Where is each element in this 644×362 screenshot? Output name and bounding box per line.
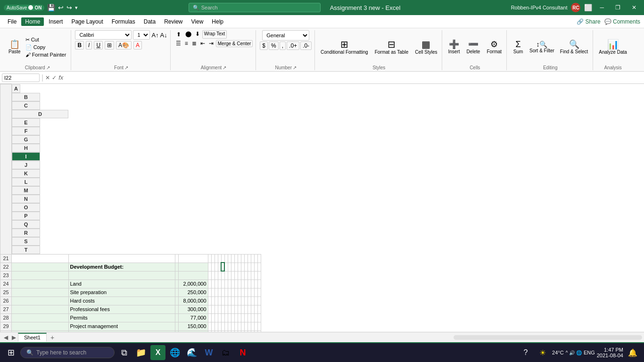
cell-R26[interactable] <box>251 296 254 305</box>
menu-insert[interactable]: Insert <box>45 17 66 26</box>
indent-increase-btn[interactable]: ⇥ <box>207 40 215 47</box>
row-num-cell[interactable]: 29 <box>0 322 12 330</box>
cell-T27[interactable] <box>257 305 261 313</box>
cell-O29[interactable] <box>241 322 244 330</box>
cell-H26[interactable] <box>218 296 221 305</box>
cell-O30[interactable] <box>241 330 244 332</box>
cell-G22[interactable] <box>215 263 218 271</box>
align-bottom-button[interactable]: ⬇ <box>194 30 201 39</box>
menu-view[interactable]: View <box>188 17 207 26</box>
row-num-cell[interactable]: 22 <box>0 263 12 271</box>
cell-R27[interactable] <box>251 305 254 313</box>
increase-font-btn[interactable]: A↑ <box>151 32 158 39</box>
cell-S25[interactable] <box>254 288 257 296</box>
weather-icon[interactable]: ☀ <box>535 345 550 360</box>
row-num-cell[interactable]: 30 <box>0 330 12 332</box>
cut-button[interactable]: ✂ Cut <box>24 36 68 43</box>
cell-T21[interactable] <box>257 254 261 263</box>
cell-D28[interactable]: 77,000 <box>179 313 208 322</box>
col-header-J[interactable]: J <box>12 161 40 169</box>
format-cells-button[interactable]: ⚙ Format <box>485 39 504 55</box>
cell-N22[interactable] <box>238 263 241 271</box>
align-middle-button[interactable]: ⬤ <box>184 30 193 39</box>
menu-review[interactable]: Review <box>160 17 186 26</box>
menu-file[interactable]: File <box>4 17 20 26</box>
cell-D27[interactable]: 300,000 <box>179 305 208 313</box>
cell-I21[interactable] <box>221 254 224 263</box>
increase-decimal-btn[interactable]: .0+ <box>287 41 299 50</box>
cell-N29[interactable] <box>238 322 241 330</box>
format-painter-button[interactable]: 🖌 Format Painter <box>24 51 68 58</box>
cell-K29[interactable] <box>228 322 231 330</box>
cell-S27[interactable] <box>254 305 257 313</box>
cell-M23[interactable] <box>234 271 238 280</box>
cell-K25[interactable] <box>228 288 231 296</box>
font-expand[interactable]: ↗ <box>124 65 128 70</box>
indent-decrease-btn[interactable]: ⇤ <box>199 40 206 47</box>
cell-O25[interactable] <box>241 288 244 296</box>
cell-C22[interactable] <box>175 263 179 271</box>
sum-button[interactable]: Σ Sum <box>511 39 526 55</box>
cell-P25[interactable] <box>244 288 248 296</box>
cell-C25[interactable] <box>175 288 179 296</box>
row-num-cell[interactable]: 21 <box>0 254 12 263</box>
cell-I24[interactable] <box>221 280 224 288</box>
cell-N27[interactable] <box>238 305 241 313</box>
cell-G25[interactable] <box>215 288 218 296</box>
cell-D21[interactable] <box>179 254 208 263</box>
align-right-button[interactable]: ≣ <box>190 40 198 47</box>
grid-container[interactable]: A B C D E F G H I J K L M N O P Q <box>0 84 644 332</box>
cell-N25[interactable] <box>238 288 241 296</box>
cell-I25[interactable] <box>221 288 224 296</box>
fill-color-button[interactable]: A🎨 <box>116 41 132 49</box>
underline-button[interactable]: U <box>94 41 103 49</box>
cell-H29[interactable] <box>218 322 221 330</box>
cell-A30[interactable] <box>12 330 69 332</box>
table-row[interactable]: 24Land2,000,000 <box>0 280 261 288</box>
cell-P30[interactable] <box>244 330 248 332</box>
copy-button[interactable]: 📄 Copy <box>24 44 68 51</box>
cell-D23[interactable] <box>179 271 208 280</box>
cell-B26[interactable]: Hard costs <box>68 296 175 305</box>
cell-Q24[interactable] <box>248 280 251 288</box>
find-select-button[interactable]: 🔍 Find & Select <box>558 39 590 55</box>
format-as-table-button[interactable]: ⊟ Format as Table <box>373 39 411 56</box>
alignment-expand[interactable]: ↗ <box>223 65 226 70</box>
cell-Q28[interactable] <box>248 313 251 322</box>
comma-button[interactable]: , <box>280 41 286 50</box>
font-color-button[interactable]: A <box>133 41 142 49</box>
cell-C30[interactable] <box>175 330 179 332</box>
cell-K22[interactable] <box>228 263 231 271</box>
cell-D30[interactable]: 16,000 <box>179 330 208 332</box>
cell-T29[interactable] <box>257 322 261 330</box>
cell-E27[interactable] <box>208 305 211 313</box>
number-expand[interactable]: ↗ <box>293 65 297 70</box>
cell-D29[interactable]: 150,000 <box>179 322 208 330</box>
cell-E24[interactable] <box>208 280 211 288</box>
cell-F30[interactable] <box>211 330 215 332</box>
row-num-cell[interactable]: 24 <box>0 280 12 288</box>
cell-G24[interactable] <box>215 280 218 288</box>
cell-G21[interactable] <box>215 254 218 263</box>
autosave-toggle[interactable]: AutoSave ON <box>4 5 44 11</box>
cell-K24[interactable] <box>228 280 231 288</box>
table-row[interactable]: 22Development Budget: <box>0 263 261 271</box>
cell-M30[interactable] <box>234 330 238 332</box>
cell-P21[interactable] <box>244 254 248 263</box>
cell-A27[interactable] <box>12 305 69 313</box>
sort-filter-button[interactable]: ↕🔍 Sort & Filter <box>528 40 556 54</box>
cell-A29[interactable] <box>12 322 69 330</box>
cell-E22[interactable] <box>208 263 211 271</box>
cell-Q29[interactable] <box>248 322 251 330</box>
cell-B22[interactable]: Development Budget: <box>68 263 175 271</box>
cell-J29[interactable] <box>224 322 228 330</box>
cell-F26[interactable] <box>211 296 215 305</box>
cell-I27[interactable] <box>221 305 224 313</box>
clipboard-expand[interactable]: ↗ <box>46 65 50 70</box>
cell-L22[interactable] <box>231 263 234 271</box>
row-num-cell[interactable]: 27 <box>0 305 12 313</box>
col-header-P[interactable]: P <box>12 212 40 220</box>
col-header-E[interactable]: E <box>12 118 40 127</box>
align-top-button[interactable]: ⬆ <box>174 30 183 39</box>
cell-N26[interactable] <box>238 296 241 305</box>
